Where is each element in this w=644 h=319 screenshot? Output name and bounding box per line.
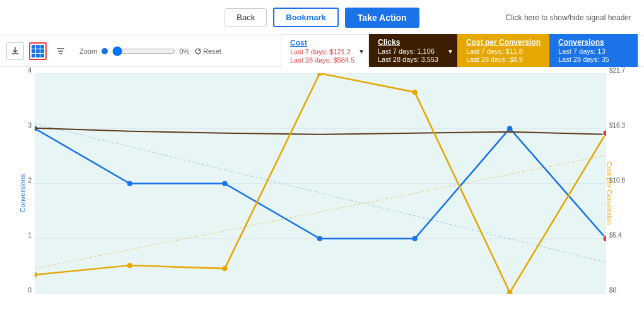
y-right-0: $0 [609,287,616,294]
svg-point-24 [603,130,606,136]
y-left-1: 1 [28,232,32,239]
page-header: Back Bookmark Take Action Click here to … [0,0,644,35]
reset-button[interactable]: Reset [194,47,221,55]
metric-card-cost[interactable]: Cost Last 7 days: $121.2 Last 28 days: $… [281,34,369,68]
y-right-217: $21.7 [609,67,625,74]
metric-card-cpc[interactable]: Cost per Conversion Last 7 days: $11.8 L… [457,34,549,68]
chart-toolbar: Zoom 0% Reset Cost Last 7 days: $121.2 L… [0,35,644,67]
cost-arrow-icon: ▼ [358,47,365,54]
svg-line-9 [35,124,606,262]
metric-card-clicks[interactable]: Clicks Last 7 days: 1,106 Last 28 days: … [369,34,457,68]
metric-cost-last28: Last 28 days: $584.5 [290,56,360,64]
metric-card-conversions[interactable]: Conversions Last 7 days: 13 Last 28 days… [549,34,638,68]
metric-cpc-last28: Last 28 days: $8.9 [466,56,541,63]
svg-point-12 [127,181,132,186]
metric-cost-last7: Last 7 days: $121.2 [290,48,360,56]
svg-point-22 [412,90,417,95]
take-action-button[interactable]: Take Action [345,8,419,28]
metric-clicks-last28: Last 28 days: 3,553 [378,56,448,63]
signal-header-hint[interactable]: Click here to show/hide signal header [506,13,631,22]
svg-point-16 [507,126,512,131]
metric-clicks-last7: Last 7 days: 1,106 [378,47,448,55]
y-right-108: $10.8 [609,177,625,184]
y-axis-left: 4 3 2 1 0 [0,67,35,294]
metrics-bar: Cost Last 7 days: $121.2 Last 28 days: $… [281,34,638,68]
svg-point-14 [317,236,322,241]
svg-point-13 [222,181,227,186]
grid-view-icon[interactable] [29,42,47,60]
header-actions: Back Bookmark Take Action [225,8,419,28]
metric-cpc-last7: Last 7 days: $11.8 [466,47,541,55]
metric-clicks-title: Clicks [378,38,448,47]
reset-label: Reset [203,47,221,55]
y-right-163: $16.3 [609,122,625,129]
y-left-2: 2 [28,177,32,184]
clicks-arrow-icon: ▼ [447,47,454,54]
bookmark-button[interactable]: Bookmark [273,8,339,27]
y-right-54: $5.4 [609,232,621,239]
chart-svg [35,73,606,294]
zoom-dot-icon [101,47,108,55]
reset-icon [194,47,202,55]
svg-point-15 [412,236,417,241]
y-left-4: 4 [28,67,32,74]
y-left-0: 0 [28,287,32,294]
metric-conversions-title: Conversions [558,38,629,47]
y-left-3: 3 [28,122,32,129]
svg-point-20 [222,266,227,271]
svg-point-3 [102,48,108,54]
zoom-section: Zoom 0% [79,46,189,56]
svg-point-18 [35,272,37,277]
zoom-percent: 0% [179,47,189,55]
filter-icon[interactable] [52,42,69,60]
zoom-slider[interactable] [112,46,175,56]
metric-cost-title: Cost [290,39,360,47]
metric-cpc-title: Cost per Conversion [466,38,541,47]
download-icon[interactable] [6,42,24,60]
chart-container: Conversions 4 3 2 1 0 Cost per Conversio… [0,67,644,319]
svg-line-10 [35,155,606,268]
chart-area: 03 Dec, 21 04 Dec, 21 05 Dec, 21 06 Dec,… [35,73,606,294]
back-button[interactable]: Back [225,8,267,27]
svg-point-19 [127,263,132,268]
metric-conversions-last7: Last 7 days: 13 [558,47,629,55]
metric-conversions-last28: Last 28 days: 35 [558,56,629,63]
y-axis-right: $21.7 $16.3 $10.8 $5.4 $0 [606,67,644,294]
zoom-label: Zoom [79,47,97,55]
